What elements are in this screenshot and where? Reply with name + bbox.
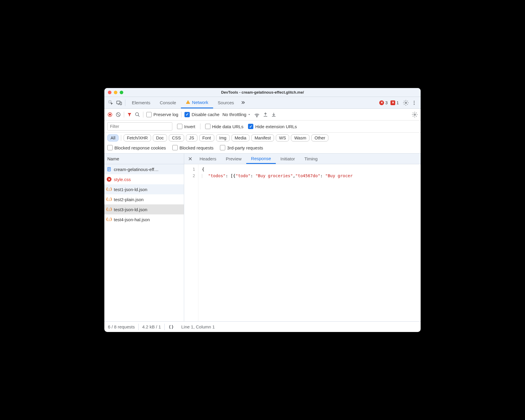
detail-tab-headers[interactable]: Headers (195, 154, 221, 164)
detail-tab-timing[interactable]: Timing (300, 154, 322, 164)
clear-button[interactable] (116, 112, 121, 117)
svg-point-12 (135, 113, 139, 116)
titlebar: DevTools - cream-gelatinous-effect.glitc… (104, 88, 421, 97)
code-content: {"todos": [{"todo": "Buy groceries","to4… (198, 164, 353, 321)
svg-point-6 (414, 101, 415, 102)
filter-icon[interactable] (127, 112, 132, 117)
error-count-badge[interactable]: ✕ 3 (379, 100, 388, 105)
tab-network[interactable]: Network (181, 97, 213, 108)
svg-point-13 (257, 116, 257, 117)
svg-point-5 (405, 102, 407, 103)
network-settings-icon[interactable] (412, 112, 418, 118)
hide-data-urls-checkbox[interactable]: Hide data URLs (205, 124, 244, 129)
chip-font[interactable]: Font (199, 134, 214, 141)
pretty-print-icon[interactable] (165, 322, 178, 332)
detail-tab-response[interactable]: Response (246, 154, 276, 164)
invert-checkbox[interactable]: Invert (177, 124, 195, 129)
request-list: Name cream-gelatinous-eff… ✕ style.css {… (104, 154, 184, 321)
svg-rect-10 (109, 114, 111, 115)
error-icon: ✕ (379, 100, 384, 105)
chip-all[interactable]: All (107, 134, 119, 141)
minimize-window-button[interactable] (114, 91, 117, 94)
close-window-button[interactable] (108, 91, 111, 94)
json-icon: {;} (107, 207, 111, 212)
window-title: DevTools - cream-gelatinous-effect.glitc… (104, 90, 421, 95)
status-requests: 6 / 8 requests (104, 322, 138, 332)
blocked-cookies-checkbox[interactable]: Blocked response cookies (107, 145, 166, 150)
third-party-checkbox[interactable]: 3rd-party requests (220, 145, 263, 150)
search-icon[interactable] (135, 112, 140, 117)
request-row[interactable]: cream-gelatinous-eff… (104, 164, 184, 174)
throttling-select[interactable]: No throttling (222, 112, 251, 117)
detail-tab-preview[interactable]: Preview (221, 154, 246, 164)
chip-doc[interactable]: Doc (153, 134, 167, 141)
line-gutter: 12 (184, 164, 198, 321)
chip-css[interactable]: CSS (169, 134, 184, 141)
more-tabs-icon[interactable] (239, 99, 247, 107)
tab-elements[interactable]: Elements (127, 97, 155, 108)
network-conditions-icon[interactable] (254, 112, 260, 118)
chip-js[interactable]: JS (186, 134, 197, 141)
chip-wasm[interactable]: Wasm (291, 134, 310, 141)
hide-extension-urls-checkbox[interactable]: Hide extension URLs (248, 124, 297, 129)
warning-icon (186, 100, 190, 105)
inspect-element-icon[interactable] (107, 99, 115, 107)
status-transferred: 4.2 kB / 1 (139, 322, 164, 332)
svg-point-14 (414, 114, 416, 115)
request-row[interactable]: {;} test3-json-ld.json (104, 204, 184, 214)
filter-bar: Invert Hide data URLs Hide extension URL… (104, 121, 421, 133)
detail-tab-initiator[interactable]: Initiator (276, 154, 300, 164)
json-icon: {;} (107, 217, 111, 222)
svg-rect-4 (188, 103, 188, 103)
upload-har-icon[interactable] (263, 112, 268, 117)
response-body[interactable]: 12 {"todos": [{"todo": "Buy groceries","… (184, 164, 421, 321)
status-bar: 6 / 8 requests 4.2 kB / 1 Line 1, Column… (104, 321, 421, 332)
devtools-window: DevTools - cream-gelatinous-effect.glitc… (104, 88, 421, 332)
detail-pane: ✕ Headers Preview Response Initiator Tim… (184, 154, 421, 321)
json-icon: {;} (107, 197, 111, 202)
network-toolbar: Preserve log Disable cache No throttling (104, 109, 421, 121)
download-har-icon[interactable] (271, 112, 276, 117)
settings-icon[interactable] (402, 99, 410, 107)
issue-icon: ✕ (390, 100, 395, 105)
main-tabs: Elements Console Network Sources ✕ 3 ✕ 1 (104, 97, 421, 109)
blocked-requests-checkbox[interactable]: Blocked requests (172, 145, 213, 150)
chip-other[interactable]: Other (311, 134, 328, 141)
svg-point-7 (414, 102, 415, 103)
content-area: Name cream-gelatinous-eff… ✕ style.css {… (104, 154, 421, 321)
chip-manifest[interactable]: Manifest (251, 134, 274, 141)
json-icon: {;} (107, 187, 111, 192)
close-detail-button[interactable]: ✕ (185, 156, 195, 162)
request-list-header[interactable]: Name (104, 154, 184, 164)
request-row[interactable]: {;} test1-json-ld.json (104, 184, 184, 194)
kebab-menu-icon[interactable] (410, 99, 418, 107)
type-filter-chips: All Fetch/XHR Doc CSS JS Font Img Media … (104, 133, 421, 143)
request-row[interactable]: {;} test4-json-hal.json (104, 214, 184, 224)
record-button[interactable] (107, 112, 113, 117)
request-row[interactable]: ✕ style.css (104, 174, 184, 184)
svg-rect-1 (117, 101, 120, 104)
chip-ws[interactable]: WS (276, 134, 289, 141)
chevron-down-icon (247, 113, 251, 116)
zoom-window-button[interactable] (120, 91, 123, 94)
detail-tabs: ✕ Headers Preview Response Initiator Tim… (184, 154, 421, 164)
tab-sources[interactable]: Sources (213, 97, 239, 108)
window-controls (108, 91, 123, 94)
chip-fetch-xhr[interactable]: Fetch/XHR (124, 134, 151, 141)
preserve-log-checkbox[interactable]: Preserve log (146, 112, 178, 117)
error-icon: ✕ (107, 177, 111, 182)
status-cursor: Line 1, Column 1 (178, 322, 218, 332)
chip-img[interactable]: Img (216, 134, 230, 141)
device-toggle-icon[interactable] (115, 99, 123, 107)
tab-console[interactable]: Console (155, 97, 181, 108)
request-row[interactable]: {;} test2-plain.json (104, 194, 184, 204)
issue-count-badge[interactable]: ✕ 1 (390, 100, 399, 105)
disable-cache-checkbox[interactable]: Disable cache (184, 112, 219, 117)
svg-point-8 (414, 104, 415, 105)
chip-media[interactable]: Media (231, 134, 250, 141)
svg-rect-3 (188, 102, 188, 102)
document-icon (107, 167, 111, 172)
filter-input[interactable] (107, 122, 172, 131)
filter-bar-2: Blocked response cookies Blocked request… (104, 143, 421, 154)
